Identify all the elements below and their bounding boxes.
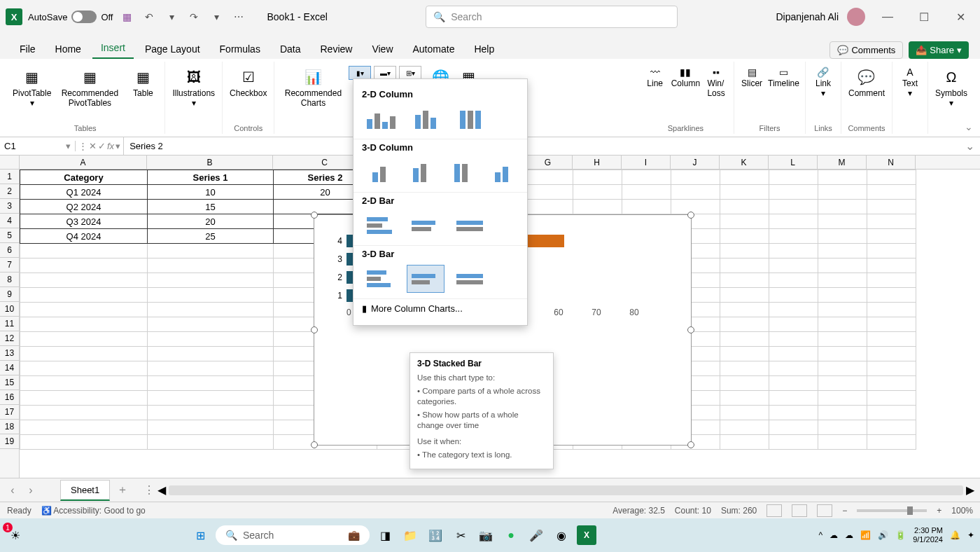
tab-review[interactable]: Review: [312, 39, 361, 59]
wifi-icon[interactable]: 📶: [860, 530, 871, 540]
cell[interactable]: [148, 317, 274, 332]
name-box[interactable]: C1▾: [0, 141, 76, 151]
cell[interactable]: [622, 170, 671, 185]
avatar[interactable]: [847, 8, 865, 26]
cell[interactable]: [818, 200, 867, 214]
row-header[interactable]: 2: [0, 184, 19, 199]
resize-handle[interactable]: [311, 326, 318, 333]
zoom-out-icon[interactable]: −: [842, 506, 847, 516]
cell[interactable]: [148, 435, 274, 450]
3d-clustered-bar-option[interactable]: [362, 265, 400, 293]
cell[interactable]: [818, 361, 867, 376]
search-input[interactable]: 🔍 Search: [426, 6, 678, 28]
copilot-icon[interactable]: ✦: [967, 530, 974, 540]
row-header[interactable]: 12: [0, 331, 19, 346]
cell[interactable]: Q4 2024: [20, 229, 148, 244]
row-header[interactable]: 14: [0, 361, 19, 375]
view-pagebreak-button[interactable]: [817, 504, 832, 517]
cell[interactable]: [769, 273, 818, 288]
cell[interactable]: [720, 435, 769, 450]
cell[interactable]: [867, 317, 916, 332]
row-header[interactable]: 8: [0, 272, 19, 287]
cell[interactable]: [720, 244, 769, 258]
excel-taskbar-icon[interactable]: X: [577, 525, 596, 545]
cell[interactable]: [20, 244, 148, 258]
cell[interactable]: [720, 214, 769, 229]
file-explorer-icon[interactable]: 📁: [400, 525, 420, 545]
minimize-button[interactable]: —: [874, 11, 902, 23]
cell[interactable]: [769, 332, 818, 347]
camera-icon[interactable]: 📷: [476, 525, 496, 545]
expand-icon[interactable]: ⋮: [78, 141, 88, 151]
select-all-corner[interactable]: [0, 156, 20, 169]
cell[interactable]: [148, 288, 274, 303]
cell[interactable]: [818, 258, 867, 273]
autosave-toggle[interactable]: AutoSave Off: [28, 11, 113, 23]
row-header[interactable]: 16: [0, 390, 19, 405]
onedrive-icon[interactable]: ☁: [830, 530, 838, 540]
cell[interactable]: [148, 347, 274, 361]
cell[interactable]: [818, 244, 867, 258]
cell[interactable]: [20, 391, 148, 406]
cell[interactable]: 20: [148, 214, 274, 229]
cell[interactable]: 10: [148, 185, 274, 200]
cell[interactable]: [867, 420, 916, 435]
cell[interactable]: [867, 244, 916, 258]
cell[interactable]: [818, 376, 867, 391]
cell[interactable]: [622, 200, 671, 214]
cell[interactable]: [818, 435, 867, 450]
cell[interactable]: [148, 244, 274, 258]
cell[interactable]: [769, 303, 818, 317]
cell[interactable]: [818, 332, 867, 347]
3d-100-stacked-column-option[interactable]: [444, 158, 478, 186]
cell[interactable]: [148, 273, 274, 288]
volume-icon[interactable]: 🔊: [878, 530, 888, 540]
start-icon[interactable]: ⊞: [190, 525, 210, 545]
cell[interactable]: [769, 406, 818, 420]
cell[interactable]: [720, 332, 769, 347]
cell[interactable]: [720, 391, 769, 406]
cell[interactable]: [148, 376, 274, 391]
formula-input[interactable]: Series 2: [123, 137, 960, 155]
clustered-bar-option[interactable]: [362, 212, 400, 240]
zoom-in-icon[interactable]: +: [937, 506, 941, 516]
cell[interactable]: [148, 332, 274, 347]
sheet-prev-icon[interactable]: ‹: [6, 484, 20, 497]
cell[interactable]: [867, 391, 916, 406]
row-header[interactable]: 1: [0, 170, 19, 184]
row-header[interactable]: 17: [0, 405, 19, 420]
cell[interactable]: [769, 185, 818, 200]
cell[interactable]: [148, 420, 274, 435]
cell[interactable]: [867, 229, 916, 244]
column-header[interactable]: I: [622, 156, 671, 169]
taskbar-search[interactable]: 🔍Search💼: [216, 525, 370, 545]
cell[interactable]: [573, 170, 622, 185]
undo-icon[interactable]: ↶: [141, 8, 158, 25]
column-header[interactable]: M: [818, 156, 867, 169]
fx-icon[interactable]: fx: [107, 141, 114, 151]
sheet-menu-icon[interactable]: ⋮: [144, 483, 155, 497]
cell[interactable]: [622, 185, 671, 200]
cloud-sync-icon[interactable]: ☁: [845, 530, 853, 540]
cell[interactable]: [671, 200, 720, 214]
cell[interactable]: [20, 420, 148, 435]
cell[interactable]: [524, 185, 573, 200]
cell[interactable]: [20, 303, 148, 317]
accessibility-status[interactable]: ♿ Accessibility: Good to go: [41, 506, 146, 516]
text-button[interactable]: AText▾: [897, 64, 923, 99]
resize-handle[interactable]: [687, 326, 694, 333]
column-header[interactable]: J: [671, 156, 720, 169]
resize-handle[interactable]: [311, 212, 318, 219]
cancel-icon[interactable]: ✕: [89, 141, 97, 151]
link-button[interactable]: 🔗Link▾: [810, 64, 836, 99]
cell[interactable]: [148, 361, 274, 376]
cell[interactable]: [769, 420, 818, 435]
cell[interactable]: [818, 214, 867, 229]
cell[interactable]: [818, 229, 867, 244]
checkbox-button[interactable]: ☑Checkbox: [227, 64, 270, 99]
3d-clustered-column-option[interactable]: [362, 158, 396, 186]
voice-icon[interactable]: 🎤: [526, 525, 546, 545]
cell[interactable]: Q1 2024: [20, 185, 148, 200]
cell[interactable]: [867, 273, 916, 288]
recommended-charts-button[interactable]: 📊Recommended Charts: [279, 64, 347, 109]
